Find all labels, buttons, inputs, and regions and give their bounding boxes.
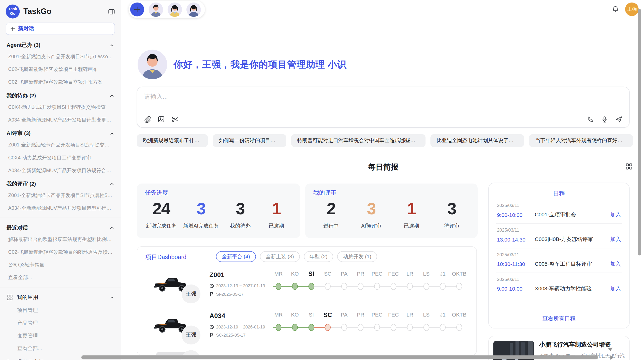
apps-grid-icon — [7, 294, 13, 300]
join-link[interactable]: 加入 — [607, 260, 621, 268]
sidebar-task-item[interactable]: C0X4-动力总成开发项目SI里程碑提交物检查 — [0, 101, 121, 114]
scroll-down-arrow[interactable] — [608, 348, 613, 351]
suggestion-chips: 欧洲新规最近颁布了什么?如何写一份清晰的项目周报特朗普可能对进口汽车增税会对中国… — [137, 134, 633, 147]
send-icon[interactable] — [615, 115, 623, 123]
suggestion-chip[interactable]: 如何写一份清晰的项目周报 — [213, 134, 286, 147]
project-row[interactable]: 王强A0342023-12-19 ~ 2026-01-19SC-2025-05-… — [137, 309, 477, 350]
composer-attachments — [143, 115, 179, 123]
view-all-apps[interactable]: 查看全部... — [0, 342, 121, 355]
sidebar-task-item[interactable]: Z001-全新燃油轻卡产品开发项目SI造型提交物评审 — [0, 139, 121, 152]
new-chat-label: 新对话 — [18, 25, 34, 33]
member-avatar[interactable] — [186, 2, 201, 17]
stat: 2进行中 — [316, 200, 346, 230]
suggestion-chip[interactable]: 比亚迪全固态电池计划具体说了什么 — [430, 134, 524, 147]
image-icon[interactable] — [157, 115, 165, 123]
app-sub-item[interactable]: 变更管理 — [0, 330, 121, 342]
stat-label: 新增AI完成任务 — [183, 222, 219, 229]
project-dashboard-card: 项目Dashboard 全新平台 (4)全新上装 (3)年型 (2)动总开发 (… — [137, 246, 477, 356]
milestone-label: PEC — [369, 310, 385, 320]
scissors-icon[interactable] — [171, 115, 179, 123]
app-sub-item[interactable]: 项目管理 — [0, 304, 121, 317]
sidebar-section-header[interactable]: Agent已办 (3) — [0, 38, 121, 50]
suggestion-chip[interactable]: 特朗普可能对进口汽车增税会对中国车企造成哪些影响 — [291, 134, 425, 147]
sidebar-item-my-apps[interactable]: 我的应用 — [0, 290, 121, 304]
divider — [0, 218, 121, 218]
recent-conversation-item[interactable]: 解释最新出台的欧盟报废车法规再生塑料比例被调至15%... — [0, 233, 121, 246]
user-avatar[interactable]: 王强 — [625, 3, 639, 16]
schedule-name: C005-整车工程目标评审 — [535, 260, 607, 268]
view-all-schedule-link[interactable]: 查看所有日程 — [489, 315, 629, 322]
flag-icon — [210, 333, 214, 337]
dashboard-filter-chip[interactable]: 全新上装 (3) — [260, 251, 300, 262]
member-avatar[interactable] — [168, 2, 182, 17]
project-dates-text: 2023-12-19 ~ 2026-01-19 — [216, 324, 265, 329]
sidebar-task-item[interactable]: C0X4-动力总成开发项目工程变更评审 — [0, 152, 121, 164]
join-link[interactable]: 加入 — [607, 211, 621, 218]
schedule-name: C001-立项审批会 — [535, 211, 607, 218]
sidebar-task-item[interactable]: A034-全新新能源MUV产品开发项目造型可行性评审 — [0, 202, 121, 215]
logo-line2: Go — [10, 11, 15, 16]
suggestion-chip[interactable]: 当下年轻人对汽车外观有怎样的喜好趋势 — [529, 134, 633, 147]
phone-icon[interactable] — [587, 116, 594, 123]
dashboard-filter-chip[interactable]: 全新平台 (4) — [216, 251, 256, 262]
milestone-dot — [440, 283, 446, 290]
notifications-bell-icon[interactable] — [611, 5, 619, 13]
stat-label: 新增完成任务 — [146, 222, 177, 229]
join-link[interactable]: 加入 — [607, 236, 621, 243]
project-dates: 2023-12-19 ~ 2026-01-19 — [210, 324, 265, 329]
recent-conversation-item[interactable]: C02-飞腾新能源轻客改款项目的闭环通告反馈情况 — [0, 246, 121, 259]
sidebar-task-item[interactable]: A034-全新新能源MUV产品开发项目计划变更表编写 — [0, 114, 121, 126]
vertical-scrollbar[interactable] — [638, 9, 641, 256]
new-chat-button[interactable]: 新对话 — [6, 23, 115, 35]
sidebar-section-header[interactable]: 最近对话 — [0, 221, 121, 233]
view-all-conversations[interactable]: 查看全部... — [0, 271, 121, 284]
project-owner-badge: 王强 — [182, 326, 200, 344]
add-member-button[interactable] — [130, 3, 144, 17]
sidebar-task-item[interactable]: Z001-全新燃油皮卡产品开发项目SI节点Lesson Learn报告 — [0, 51, 121, 63]
app-sub-item[interactable]: 产品管理 — [0, 317, 121, 330]
sidebar-section-header[interactable]: 我的待办 (2) — [0, 89, 121, 101]
schedule-date: 2025/03/11 — [497, 203, 621, 208]
project-dates: 2023-12-19 ~ 2027-01-19 — [210, 283, 265, 288]
microphone-icon[interactable] — [601, 116, 608, 123]
dashboard-filter-chip[interactable]: 年型 (2) — [304, 251, 333, 262]
collapse-sidebar-icon[interactable] — [108, 8, 115, 15]
paperclip-icon[interactable] — [143, 115, 151, 123]
join-link[interactable]: 加入 — [607, 285, 621, 292]
schedule-name: C003|H0B-方案冻结评审 — [535, 236, 607, 243]
milestone-label: SI — [303, 310, 320, 320]
layout-grid-icon[interactable] — [625, 163, 632, 170]
assistant-avatar — [138, 50, 167, 79]
milestone-label: MR — [270, 269, 287, 279]
sidebar-section-header[interactable]: 我的评审 (2) — [0, 177, 121, 189]
schedule-date: 2025/03/11 — [497, 277, 621, 281]
my-apps-label: 我的应用 — [17, 294, 106, 301]
milestone-dot — [309, 324, 314, 331]
sidebar-task-item[interactable]: A034-全新新能源MUV产品开发项目法规符合性评审 — [0, 164, 121, 177]
project-row[interactable]: 王强Z0012023-12-19 ~ 2027-01-19SI-2025-05-… — [137, 268, 477, 309]
sidebar-section-header[interactable]: AI评审 (3) — [0, 126, 121, 139]
chat-input-box[interactable]: 请输入... — [137, 87, 630, 128]
stat: 3新增AI完成任务 — [183, 200, 219, 230]
horizontal-scrollbar[interactable] — [81, 355, 598, 359]
member-avatar[interactable] — [149, 2, 163, 17]
project-owner-badge: 王强 — [182, 284, 200, 303]
milestone-label: PR — [352, 310, 369, 320]
stat-value: 3 — [236, 200, 244, 217]
sidebar-task-item[interactable]: C02-飞腾新能源轻客改款项目里程碑画布 — [0, 63, 121, 76]
stat: 1已逾期 — [262, 200, 291, 230]
scroll-right-arrow[interactable] — [610, 355, 614, 359]
sidebar-task-item[interactable]: C02-飞腾新能源轻客改款项目立项汇报方案 — [0, 76, 121, 89]
dashboard-filter-chip[interactable]: 动总开发 (1) — [337, 251, 377, 262]
stat-label: 已逾期 — [269, 222, 284, 229]
milestone-dot — [423, 283, 429, 290]
project-flag-text: SC-2025-05-17 — [216, 333, 245, 337]
sidebar-header: Task Go TaskGo — [0, 0, 121, 22]
milestone-dot — [341, 283, 347, 290]
milestone-label: FEC — [385, 269, 402, 279]
milestone-dot — [391, 324, 397, 331]
recent-conversation-item[interactable]: 公司Q3轻卡销量 — [0, 259, 121, 271]
suggestion-chip[interactable]: 欧洲新规最近颁布了什么? — [137, 134, 208, 147]
sidebar-task-item[interactable]: Z001-全新燃油轻卡产品开发项目SI节点属性5D文件评审 — [0, 189, 121, 202]
milestone-track: MRKOSISCPAPRPECFECLRLSJ1OKTB — [270, 310, 476, 339]
